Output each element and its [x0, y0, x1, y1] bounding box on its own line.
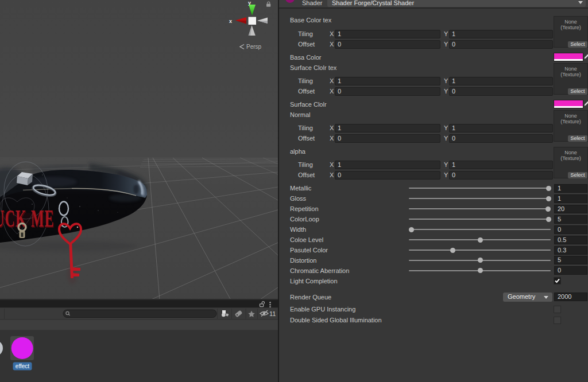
svg-text:effect: effect — [16, 363, 29, 369]
svg-text:UCK ME: UCK ME — [0, 205, 55, 231]
svg-text:11: 11 — [269, 310, 276, 317]
svg-text:x: x — [229, 18, 232, 24]
svg-text:Persp: Persp — [246, 44, 262, 50]
